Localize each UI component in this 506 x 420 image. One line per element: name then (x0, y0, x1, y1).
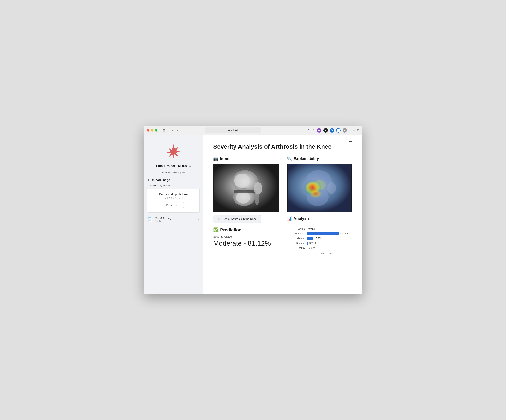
app-content: × Final Project - MDC013 == Fernanda Rod… (144, 135, 362, 294)
back-button[interactable]: ‹ (171, 128, 175, 133)
extension-icon-1[interactable]: ▶ (317, 128, 321, 133)
heatmap-image (287, 164, 353, 212)
title-bar: ⊡ ▾ ‹ › localhost ↻ ☆ ▶ ● S U m ⬆ + ⧉ (144, 126, 362, 135)
chart-bar-minimal (307, 237, 313, 240)
predict-button[interactable]: ⚙ ⚙ Predict Arthrosis in the Knee Predic… (213, 215, 261, 223)
severity-label: Severity Grade: (213, 235, 279, 238)
xray-image (213, 164, 279, 212)
magnifier-icon: 🔍 (287, 156, 292, 161)
axis-tick-0: 0 (307, 252, 308, 254)
chart-label-moderate: Moderate (291, 232, 305, 235)
file-info: 9055836L.png 25.2KB (154, 217, 195, 222)
chart-value-moderate: 81.12% (340, 232, 348, 235)
axis-tick-60: 60 (329, 252, 331, 254)
chart-bar-wrap-minimal: 15.20% (307, 237, 348, 240)
camera-icon: 📷 (213, 156, 218, 161)
svg-point-5 (236, 192, 250, 204)
explainability-heading: 🔍 Explainability (287, 156, 353, 161)
page-title: Severity Analysis of Arthrosis in the Kn… (213, 143, 353, 150)
chart-label-healthy: Healthy (291, 247, 305, 249)
chart-label-minimal: Minimal (291, 237, 305, 240)
chart-bar-doubtful (307, 242, 308, 245)
bookmark-icon[interactable]: ☆ (312, 128, 315, 132)
chart-value-severe: 0.01% (308, 227, 315, 230)
minimize-traffic-light[interactable] (151, 129, 153, 132)
close-traffic-light[interactable] (147, 129, 149, 132)
file-remove-button[interactable]: × (197, 218, 199, 221)
address-text: localhost (228, 129, 238, 132)
dropzone[interactable]: Drag and drop file here Limit 200MB per … (147, 188, 200, 213)
sidebar-toggle-button[interactable]: ⊡ ▾ (161, 128, 168, 133)
sidebar-toggle-chevron: ▾ (166, 129, 167, 132)
chart-value-doubtful: 3.28% (309, 242, 316, 245)
forward-button[interactable]: › (175, 128, 179, 133)
browser-window: ⊡ ▾ ‹ › localhost ↻ ☆ ▶ ● S U m ⬆ + ⧉ × (144, 126, 362, 294)
chart-bar-wrap-severe: 0.01% (307, 227, 348, 231)
axis-tick-80: 80 (337, 252, 339, 254)
svg-point-17 (306, 186, 314, 194)
profile-icon[interactable]: m (342, 128, 347, 133)
dropzone-title: Drag and drop file here (150, 193, 196, 196)
checkmark-icon: ✅ (213, 227, 219, 233)
new-tab-icon[interactable]: + (353, 129, 355, 132)
svg-point-13 (327, 182, 336, 194)
file-name: 9055836L.png (154, 217, 195, 220)
chart-label-doubtful: Doubtful (291, 242, 305, 245)
chart-axis: 0 20 40 60 80 100 (307, 251, 348, 254)
browse-files-button[interactable]: Browse files (163, 202, 184, 208)
chart-row-minimal: Minimal 15.20% (291, 237, 348, 240)
chart-bar-wrap-moderate: 81.12% (307, 232, 348, 235)
axis-tick-20: 20 (313, 252, 316, 254)
prediction-heading: ✅ Prediction (213, 227, 279, 233)
file-size: 25.2KB (154, 220, 195, 222)
choose-label: Choose x-ray image (147, 184, 200, 187)
hamburger-menu-button[interactable]: ☰ (349, 139, 353, 144)
svg-point-3 (234, 173, 250, 187)
analysis-heading: 📊 Analysis (287, 216, 353, 221)
extension-icon-2[interactable]: ● (323, 128, 328, 133)
severity-value: Moderate - 81.12% (213, 240, 279, 247)
sidebar: × Final Project - MDC013 == Fernanda Rod… (144, 135, 203, 294)
chart-icon: 📊 (287, 216, 292, 221)
author-label: == Fernanda Rodriguez == (147, 171, 200, 174)
refresh-icon[interactable]: ↻ (308, 128, 310, 132)
file-item: 📄 9055836L.png 25.2KB × (147, 215, 200, 224)
chart-row-doubtful: Doubtful 3.28% (291, 242, 348, 245)
fullscreen-traffic-light[interactable] (155, 129, 157, 132)
tab-overview-icon[interactable]: ⧉ (357, 129, 359, 132)
heatmap-svg (287, 164, 353, 212)
main-content: ☰ Severity Analysis of Arthrosis in the … (203, 135, 362, 294)
extension-icon-4[interactable]: U (336, 128, 340, 133)
upload-icon: ⬆ (147, 178, 149, 181)
svg-point-16 (314, 180, 326, 190)
prediction-section: ✅ Prediction Severity Grade: Moderate - … (213, 227, 279, 247)
axis-tick-100: 100 (345, 252, 348, 254)
sidebar-toggle-icon: ⊡ (162, 128, 165, 132)
chart-container: Severe 0.01% Moderate (287, 224, 353, 259)
share-icon[interactable]: ⬆ (349, 129, 351, 132)
sidebar-close-button[interactable]: × (198, 138, 200, 143)
svg-rect-6 (234, 190, 256, 193)
chart-row-moderate: Moderate 81.12% (291, 232, 348, 235)
chart-bar-wrap-doubtful: 3.28% (307, 242, 348, 245)
app-name: Final Project - MDC013 (147, 164, 200, 168)
file-icon: 📄 (147, 217, 153, 222)
chart-bar-moderate (307, 232, 339, 235)
chart-bar-healthy (307, 247, 307, 250)
axis-ticks: 0 20 40 60 80 100 (307, 252, 348, 254)
analysis-section: 📊 Analysis Severe 0.01% (287, 216, 353, 259)
chart-row-healthy: Healthy 0.39% (291, 247, 348, 250)
chart-value-healthy: 0.39% (309, 247, 315, 249)
extension-icon-3[interactable]: S (330, 128, 334, 133)
input-section: 📷 📷 Input Input (213, 156, 279, 259)
input-heading: 📷 📷 Input Input (213, 156, 279, 161)
nav-buttons: ‹ › (171, 128, 179, 133)
axis-tick-40: 40 (321, 252, 324, 254)
main-wrapper: ☰ Severity Analysis of Arthrosis in the … (213, 143, 353, 259)
upload-section-title: ⬆ ⬆ Upload image Upload image (147, 178, 200, 181)
svg-marker-0 (166, 144, 180, 159)
toolbar-icons: ↻ ☆ ▶ ● S U m ⬆ + ⧉ (308, 128, 359, 133)
explainability-section: 🔍 Explainability (287, 156, 353, 259)
address-bar[interactable]: localhost (205, 127, 260, 133)
xray-svg (213, 164, 279, 212)
